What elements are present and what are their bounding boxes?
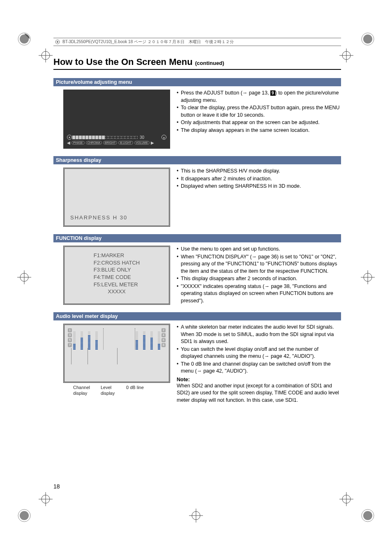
callout-line	[88, 348, 88, 364]
meter-bar	[88, 328, 90, 350]
regmark-bl-outer	[17, 509, 31, 523]
label-bright: BRIGHT	[103, 141, 117, 145]
regmark-tr-inner	[339, 48, 353, 62]
meter-bar	[73, 328, 76, 350]
bullet-text: You can switch the level display on/off …	[177, 346, 341, 360]
regmark-mr	[361, 270, 375, 284]
bullet-text: It disappears after 2 minutes of inactio…	[177, 175, 341, 183]
channels-right: 2 4 6 8	[161, 328, 166, 350]
screen-picture-volume: ▼ 30 ▲ ◀ PHASE CHROMA BRIGHT B.LIGHT	[63, 90, 170, 149]
label-blight: B.LIGHT	[118, 141, 133, 145]
note-text: When SDI2 and another input (except for …	[177, 382, 341, 404]
chan-num: 7	[68, 343, 72, 347]
func-line: F2:CROSS HATCH	[94, 259, 140, 267]
label-volume: VOLUME	[134, 141, 150, 145]
screen-audio-meter: 1 3 5 7	[63, 324, 170, 383]
bullets-function: Use the menu to open and set up function…	[177, 246, 341, 304]
func-line: F1:MARKER	[94, 252, 140, 259]
title-continued: (continued)	[195, 60, 224, 66]
chan-num: 6	[161, 338, 166, 342]
chan-num: 4	[161, 333, 166, 337]
note-label: Note:	[177, 377, 341, 382]
chan-num: 5	[68, 338, 72, 342]
chan-num: 8	[161, 343, 166, 347]
regmark-br-outer	[361, 509, 375, 523]
regmark-bl-inner	[39, 492, 53, 506]
bullet-text: When "FUNCTION DISPLAY" (→ page 36) is s…	[177, 253, 341, 275]
chan-num: 2	[161, 328, 166, 332]
screen-function: F1:MARKER F2:CROSS HATCH F3:BLUE ONLY F4…	[63, 246, 170, 305]
bullet-text: Displayed when setting SHARPNESS H in 3D…	[177, 183, 341, 190]
adjust-value: 30	[140, 135, 144, 140]
bullet-text: Only adjustments that appear on the scre…	[177, 119, 341, 127]
db-line-right	[135, 328, 135, 350]
volume-down-icon: ▼	[67, 135, 72, 140]
regmark-tr-outer	[361, 32, 375, 46]
regmark-tl-outer	[17, 32, 31, 46]
bullet-text: This display disappears after 2 seconds …	[177, 275, 341, 283]
heading-picture: Picture/volume adjusting menu	[53, 78, 341, 86]
meter-bar	[158, 328, 160, 350]
meter-bar	[95, 328, 98, 350]
label-chroma: CHROMA	[86, 141, 102, 145]
meter-bar	[150, 328, 153, 350]
bullet-text: To clear the display, press the ADJUST b…	[177, 104, 341, 119]
svg-point-6	[363, 35, 372, 44]
title-main: How to Use the On Screen Menu	[53, 57, 195, 67]
chan-num: 3	[68, 333, 72, 337]
bullet-text: Use the menu to open and set up function…	[177, 246, 341, 253]
heading-function: FUNCTION display	[53, 234, 341, 242]
func-line: F5:LEVEL METER	[94, 281, 140, 288]
meter-bar	[143, 328, 145, 350]
sharpness-text: SHARPNESS H 30	[67, 212, 166, 223]
adjust-label-row: ◀ PHASE CHROMA BRIGHT B.LIGHT VOLUME ▶	[67, 140, 166, 145]
bullet-text: This is the SHARPNESS H/V mode display.	[177, 168, 341, 175]
callout-line	[117, 348, 118, 364]
chan-num: 1	[68, 328, 72, 332]
meter-bar	[81, 328, 83, 350]
label-phase: PHASE	[71, 141, 85, 145]
svg-point-17	[20, 511, 29, 520]
callout-line	[71, 348, 71, 364]
bullets-audio: A white skeleton bar meter indicates the…	[177, 324, 341, 375]
func-line: F4:TIME CODE	[94, 274, 140, 281]
bullet-text: "XXXXX" indicates operating status (→ pa…	[177, 283, 341, 305]
ref-box-9: 9	[270, 90, 275, 96]
channels-left: 1 3 5 7	[68, 328, 72, 350]
caption-level: Level display	[101, 385, 121, 396]
bullets-picture: Press the ADJUST button (→ page 13, 9) t…	[177, 90, 341, 134]
heading-sharpness: Sharpness display	[53, 156, 341, 164]
meter-bar	[136, 328, 138, 350]
volume-up-icon: ▲	[161, 135, 166, 140]
bullet-text: The display always appears in the same s…	[177, 127, 341, 134]
regmark-bc	[189, 509, 203, 523]
func-line: F3:BLUE ONLY	[94, 266, 140, 274]
caption-db: 0 dB line	[126, 385, 144, 396]
page-title: How to Use the On Screen Menu (continued…	[53, 57, 341, 67]
bullet-text: A white skeleton bar meter indicates the…	[177, 324, 341, 345]
bullet-text: The 0 dB line and channel display can be…	[177, 361, 341, 375]
regmark-ml	[17, 270, 31, 284]
bullets-sharpness: This is the SHARPNESS H/V mode display. …	[177, 168, 341, 190]
heading-audio: Audio level meter display	[53, 312, 341, 320]
func-line: XXXXX	[94, 288, 140, 295]
regmark-tl-inner	[39, 48, 53, 62]
regmark-br-inner	[339, 492, 353, 506]
page-number: 18	[53, 483, 60, 490]
caption-channel: Channel display	[73, 385, 96, 396]
screen-sharpness: SHARPNESS H 30	[63, 168, 170, 227]
db-line-left	[103, 328, 104, 350]
svg-point-25	[363, 511, 372, 520]
title-rule	[53, 69, 341, 70]
bullet-text: Press the ADJUST button (→ page 13, 9) t…	[177, 90, 341, 104]
